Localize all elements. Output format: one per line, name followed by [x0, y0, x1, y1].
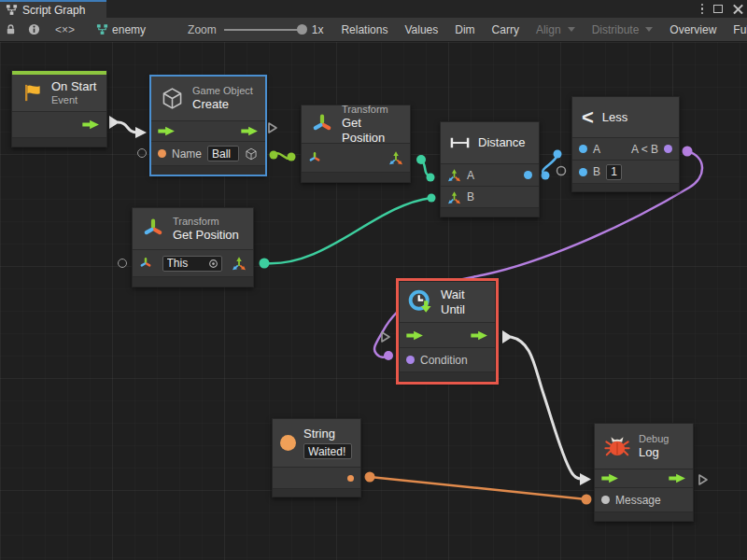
name-value-field[interactable]	[207, 146, 239, 161]
node-category: Transform	[342, 104, 401, 116]
zoom-value: 1x	[312, 23, 324, 36]
vector3-output-port[interactable]	[232, 256, 247, 271]
dim-button[interactable]: Dim	[446, 18, 483, 41]
transform-input-port[interactable]	[139, 257, 152, 270]
distribute-label: Distribute	[592, 23, 640, 36]
maximize-icon[interactable]	[713, 5, 723, 13]
flow-in-port[interactable]	[406, 330, 424, 341]
code-toggle-icon: <×>	[55, 23, 75, 36]
node-wait-until[interactable]: Wait Until Condition	[399, 281, 496, 382]
input-b-label: B	[593, 165, 600, 178]
info-button[interactable]	[21, 18, 47, 41]
node-gameobject-create[interactable]: Game Object Create Name	[150, 76, 266, 175]
input-a-label: A	[467, 169, 474, 182]
gameobject-output-icon[interactable]	[245, 147, 258, 161]
string-icon	[280, 435, 296, 451]
transform-icon	[142, 217, 164, 240]
close-icon[interactable]	[733, 4, 743, 14]
node-distance[interactable]: Distance A B	[440, 121, 540, 217]
transform-icon	[311, 113, 333, 135]
graph-toolbar: <×> enemy Zoom 1x Relations Values Dim C…	[0, 18, 747, 42]
node-get-position-top[interactable]: Transform Get Position	[301, 105, 411, 183]
flow-out-port[interactable]	[669, 473, 686, 483]
values-button[interactable]: Values	[396, 18, 446, 41]
flow-out-port[interactable]	[82, 119, 100, 130]
node-title: On Start	[51, 79, 96, 94]
lock-button[interactable]	[0, 18, 21, 41]
node-title: Wait Until	[441, 287, 487, 317]
name-input-port[interactable]	[158, 149, 166, 158]
vector3-port-icon[interactable]	[447, 190, 461, 204]
carry-label: Carry	[492, 23, 519, 36]
waituntil-flow-in-indicator	[380, 330, 391, 343]
dim-label: Dim	[455, 23, 474, 36]
overview-label: Overview	[669, 23, 716, 36]
node-debug-log[interactable]: Debug Log Message	[594, 423, 694, 522]
align-label: Align	[536, 23, 561, 36]
tab-title: Script Graph	[22, 4, 85, 17]
message-label: Message	[615, 494, 661, 507]
node-title: Get Position	[173, 228, 239, 243]
chevron-down-icon	[568, 27, 575, 32]
less-output-port[interactable]	[664, 145, 672, 153]
carry-button[interactable]: Carry	[484, 18, 528, 41]
node-title: Get Position	[342, 116, 401, 146]
flow-in-port[interactable]	[601, 473, 619, 483]
node-title: Create	[192, 97, 253, 112]
flag-icon	[21, 82, 43, 104]
vector3-output-port[interactable]	[388, 150, 403, 165]
code-toggle-button[interactable]: <×>	[47, 18, 83, 41]
node-title: Distance	[478, 135, 526, 150]
relations-label: Relations	[341, 23, 388, 36]
getposition-target-port-indicator	[118, 259, 127, 268]
node-category: Game Object	[192, 85, 253, 97]
node-title: Less	[602, 110, 627, 125]
graph-breadcrumb[interactable]: enemy	[83, 18, 154, 41]
b-value-field[interactable]	[606, 164, 622, 180]
vector3-port-icon[interactable]	[447, 168, 461, 182]
chevron-down-icon	[645, 27, 653, 32]
flow-in-port[interactable]	[158, 126, 176, 136]
node-string[interactable]: String	[272, 418, 361, 497]
cube-icon	[161, 87, 184, 110]
node-category: Debug	[639, 433, 669, 445]
zoom-slider-handle[interactable]	[297, 24, 307, 35]
info-icon	[28, 23, 40, 35]
relations-button[interactable]: Relations	[332, 18, 396, 41]
create-flow-out-indicator	[267, 121, 278, 134]
align-button[interactable]: Align	[528, 18, 584, 41]
window-menu-icon[interactable]	[701, 4, 704, 15]
node-on-start-event[interactable]: On Start Event	[11, 70, 107, 147]
transform-input-port[interactable]	[308, 151, 321, 164]
message-input-port[interactable]	[601, 496, 610, 504]
distance-output-port[interactable]	[524, 171, 532, 179]
input-a-label: A	[593, 143, 600, 156]
condition-input-port[interactable]	[406, 356, 415, 364]
node-less[interactable]: < Less A A < B B	[571, 96, 680, 192]
string-value-field[interactable]	[303, 443, 352, 459]
output-label: A < B	[631, 143, 658, 156]
tab-script-graph[interactable]: Script Graph	[0, 0, 106, 18]
node-title: String	[303, 427, 352, 441]
name-port-label: Name	[172, 147, 202, 161]
fullscreen-button[interactable]: Full Screen	[725, 18, 747, 41]
less-a-input-port[interactable]	[579, 145, 587, 153]
node-category: Transform	[173, 216, 239, 228]
node-subtitle: Event	[51, 94, 96, 106]
node-title: Log	[639, 445, 669, 460]
graph-asset-icon	[96, 23, 108, 35]
bug-icon	[604, 433, 630, 459]
zoom-slider[interactable]	[224, 29, 304, 31]
debuglog-flow-out-indicator	[698, 473, 709, 486]
create-name-port-indicator	[137, 148, 147, 158]
string-output-port[interactable]	[347, 475, 354, 482]
condition-label: Condition	[420, 354, 468, 367]
object-picker-icon[interactable]	[208, 259, 218, 269]
node-get-position-bottom[interactable]: Transform Get Position	[132, 207, 254, 287]
flow-out-port[interactable]	[241, 126, 259, 136]
overview-button[interactable]: Overview	[661, 18, 725, 41]
distribute-button[interactable]: Distribute	[584, 18, 662, 41]
zoom-label: Zoom	[188, 23, 217, 36]
flow-out-port[interactable]	[471, 330, 488, 341]
less-b-input-port[interactable]	[579, 168, 587, 176]
